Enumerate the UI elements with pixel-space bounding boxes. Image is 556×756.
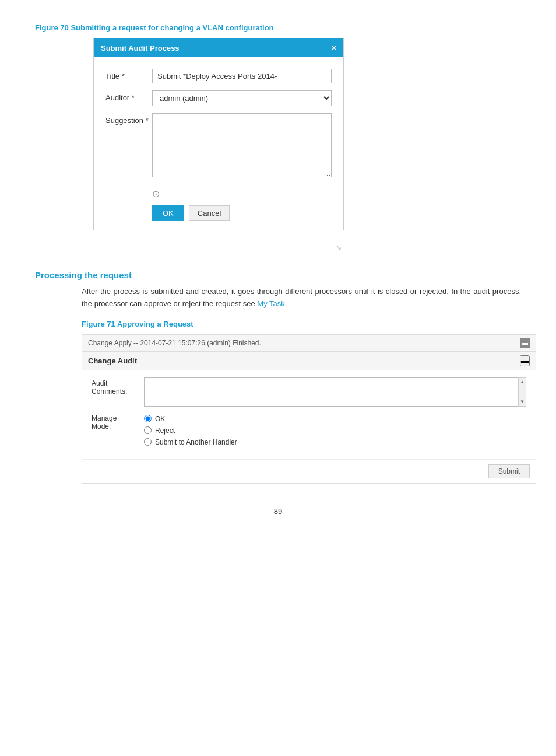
audit-comments-textarea[interactable] [144, 377, 518, 407]
figure71-title: Figure 71 Approving a Request [82, 320, 521, 328]
radio-ok[interactable]: OK [144, 415, 526, 423]
section-heading: Processing the request [35, 270, 521, 280]
change-audit-bar: Change Audit ▬ [82, 352, 536, 370]
manage-mode-label: Manage Mode: [92, 412, 144, 430]
cancel-button[interactable]: Cancel [189, 205, 230, 221]
resize-icon: ↘ [336, 243, 342, 251]
page-number: 89 [35, 507, 521, 516]
audit-comments-label: Audit Comments: [92, 377, 144, 396]
top-bar-text: Change Apply -- 2014-07-21 15:07:26 (adm… [88, 339, 261, 347]
dialog-title: Submit Audit Process [101, 44, 180, 52]
my-task-link[interactable]: My Task [257, 299, 284, 308]
auditor-select[interactable]: admin (admin) [152, 90, 332, 106]
title-input[interactable] [152, 69, 332, 83]
title-label: Title * [105, 69, 152, 80]
scroll-down-icon: ▼ [519, 398, 526, 406]
submit-button[interactable]: Submit [488, 464, 530, 478]
close-icon[interactable]: × [332, 43, 336, 52]
scroll-up-icon: ▲ [519, 378, 526, 386]
ok-button[interactable]: OK [152, 205, 184, 221]
help-icon: ⊙ [152, 188, 160, 200]
change-audit-btn[interactable]: ▬ [520, 355, 530, 366]
auditor-label: Auditor * [105, 90, 152, 102]
radio-submit-another[interactable]: Submit to Another Handler [144, 438, 526, 446]
top-bar: Change Apply -- 2014-07-21 15:07:26 (adm… [82, 335, 536, 352]
top-bar-btn[interactable]: ▬ [520, 338, 530, 348]
suggestion-textarea[interactable] [152, 113, 332, 177]
radio-reject[interactable]: Reject [144, 426, 526, 435]
dialog-header: Submit Audit Process × [94, 38, 343, 57]
submit-audit-dialog: Submit Audit Process × Title * Auditor *… [93, 38, 344, 230]
approving-request-container: Change Apply -- 2014-07-21 15:07:26 (adm… [82, 334, 536, 484]
textarea-scrollbar: ▲ ▼ [518, 377, 526, 407]
figure70-title: Figure 70 Submitting a request for chang… [35, 23, 521, 32]
suggestion-label: Suggestion * [105, 113, 152, 125]
change-audit-label: Change Audit [88, 356, 137, 365]
section-body: After the process is submitted and creat… [82, 286, 521, 310]
